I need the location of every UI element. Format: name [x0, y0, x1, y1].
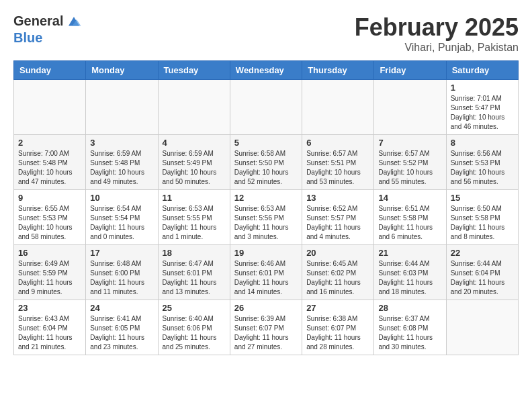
day-info: Sunrise: 7:01 AM Sunset: 5:47 PM Dayligh…: [451, 94, 514, 132]
week-row-2: 2Sunrise: 7:00 AM Sunset: 5:48 PM Daylig…: [14, 135, 519, 190]
calendar-cell: 10Sunrise: 6:54 AM Sunset: 5:54 PM Dayli…: [86, 190, 158, 245]
day-info: Sunrise: 6:50 AM Sunset: 5:58 PM Dayligh…: [451, 204, 514, 242]
calendar-cell: 12Sunrise: 6:53 AM Sunset: 5:56 PM Dayli…: [230, 190, 302, 245]
day-info: Sunrise: 6:53 AM Sunset: 5:56 PM Dayligh…: [234, 204, 298, 242]
weekday-header-row: SundayMondayTuesdayWednesdayThursdayFrid…: [14, 61, 519, 80]
day-number: 28: [378, 303, 441, 313]
calendar-cell: 15Sunrise: 6:50 AM Sunset: 5:58 PM Dayli…: [446, 190, 518, 245]
day-info: Sunrise: 6:57 AM Sunset: 5:52 PM Dayligh…: [378, 149, 441, 187]
day-number: 8: [451, 138, 514, 148]
calendar-cell: 26Sunrise: 6:39 AM Sunset: 6:07 PM Dayli…: [230, 300, 302, 355]
day-info: Sunrise: 6:58 AM Sunset: 5:50 PM Dayligh…: [234, 149, 298, 187]
day-number: 5: [234, 138, 298, 148]
calendar-cell: 2Sunrise: 7:00 AM Sunset: 5:48 PM Daylig…: [14, 135, 86, 190]
day-info: Sunrise: 6:54 AM Sunset: 5:54 PM Dayligh…: [90, 204, 153, 242]
day-number: 19: [234, 248, 298, 258]
logo-general: General: [13, 13, 63, 28]
title-block: February 2025 Vihari, Punjab, Pakistan: [355, 13, 519, 54]
weekday-header-saturday: Saturday: [446, 61, 518, 80]
calendar-cell: 19Sunrise: 6:46 AM Sunset: 6:01 PM Dayli…: [230, 245, 302, 300]
calendar-cell: 5Sunrise: 6:58 AM Sunset: 5:50 PM Daylig…: [230, 135, 302, 190]
day-info: Sunrise: 6:39 AM Sunset: 6:07 PM Dayligh…: [234, 314, 298, 352]
day-info: Sunrise: 7:00 AM Sunset: 5:48 PM Dayligh…: [18, 149, 81, 187]
calendar-cell: 14Sunrise: 6:51 AM Sunset: 5:58 PM Dayli…: [374, 190, 446, 245]
calendar-cell: 9Sunrise: 6:55 AM Sunset: 5:53 PM Daylig…: [14, 190, 86, 245]
day-number: 25: [163, 303, 226, 313]
calendar-cell: [302, 80, 374, 135]
calendar-cell: 25Sunrise: 6:40 AM Sunset: 6:06 PM Dayli…: [158, 300, 230, 355]
calendar-cell: 4Sunrise: 6:59 AM Sunset: 5:49 PM Daylig…: [158, 135, 230, 190]
day-number: 24: [90, 303, 153, 313]
day-number: 15: [451, 193, 514, 203]
day-number: 17: [90, 248, 153, 258]
day-info: Sunrise: 6:41 AM Sunset: 6:05 PM Dayligh…: [90, 314, 153, 352]
calendar-cell: 18Sunrise: 6:47 AM Sunset: 6:01 PM Dayli…: [158, 245, 230, 300]
calendar-cell: 1Sunrise: 7:01 AM Sunset: 5:47 PM Daylig…: [446, 80, 518, 135]
day-number: 10: [90, 193, 153, 203]
calendar-cell: [14, 80, 86, 135]
calendar-cell: [86, 80, 158, 135]
day-number: 9: [18, 193, 81, 203]
day-number: 7: [378, 138, 441, 148]
day-number: 16: [18, 248, 81, 258]
day-info: Sunrise: 6:44 AM Sunset: 6:03 PM Dayligh…: [378, 259, 441, 297]
week-row-4: 16Sunrise: 6:49 AM Sunset: 5:59 PM Dayli…: [14, 245, 519, 300]
calendar-table: SundayMondayTuesdayWednesdayThursdayFrid…: [13, 60, 519, 355]
weekday-header-tuesday: Tuesday: [158, 61, 230, 80]
day-info: Sunrise: 6:51 AM Sunset: 5:58 PM Dayligh…: [378, 204, 441, 242]
calendar-cell: 28Sunrise: 6:37 AM Sunset: 6:08 PM Dayli…: [374, 300, 446, 355]
day-number: 6: [306, 138, 369, 148]
day-info: Sunrise: 6:47 AM Sunset: 6:01 PM Dayligh…: [163, 259, 226, 297]
day-number: 13: [306, 193, 369, 203]
day-info: Sunrise: 6:56 AM Sunset: 5:53 PM Dayligh…: [451, 149, 514, 187]
calendar-cell: 17Sunrise: 6:48 AM Sunset: 6:00 PM Dayli…: [86, 245, 158, 300]
day-number: 3: [90, 138, 153, 148]
weekday-header-monday: Monday: [86, 61, 158, 80]
calendar-cell: 27Sunrise: 6:38 AM Sunset: 6:07 PM Dayli…: [302, 300, 374, 355]
calendar-cell: 16Sunrise: 6:49 AM Sunset: 5:59 PM Dayli…: [14, 245, 86, 300]
page-header: General Blue February 2025 Vihari, Punja…: [13, 13, 519, 54]
calendar-cell: 23Sunrise: 6:43 AM Sunset: 6:04 PM Dayli…: [14, 300, 86, 355]
logo: General Blue: [13, 13, 83, 45]
day-info: Sunrise: 6:49 AM Sunset: 5:59 PM Dayligh…: [18, 259, 81, 297]
day-info: Sunrise: 6:38 AM Sunset: 6:07 PM Dayligh…: [306, 314, 369, 352]
day-info: Sunrise: 6:44 AM Sunset: 6:04 PM Dayligh…: [451, 259, 514, 297]
day-info: Sunrise: 6:48 AM Sunset: 6:00 PM Dayligh…: [90, 259, 153, 297]
calendar-cell: 20Sunrise: 6:45 AM Sunset: 6:02 PM Dayli…: [302, 245, 374, 300]
day-info: Sunrise: 6:40 AM Sunset: 6:06 PM Dayligh…: [163, 314, 226, 352]
location: Vihari, Punjab, Pakistan: [355, 42, 519, 54]
day-number: 11: [163, 193, 226, 203]
day-info: Sunrise: 6:53 AM Sunset: 5:55 PM Dayligh…: [163, 204, 226, 242]
weekday-header-sunday: Sunday: [14, 61, 86, 80]
day-info: Sunrise: 6:46 AM Sunset: 6:01 PM Dayligh…: [234, 259, 298, 297]
month-year: February 2025: [355, 13, 519, 42]
day-number: 14: [378, 193, 441, 203]
day-number: 26: [234, 303, 298, 313]
day-number: 2: [18, 138, 81, 148]
calendar-cell: [374, 80, 446, 135]
weekday-header-friday: Friday: [374, 61, 446, 80]
day-info: Sunrise: 6:57 AM Sunset: 5:51 PM Dayligh…: [306, 149, 369, 187]
calendar-cell: 7Sunrise: 6:57 AM Sunset: 5:52 PM Daylig…: [374, 135, 446, 190]
week-row-5: 23Sunrise: 6:43 AM Sunset: 6:04 PM Dayli…: [14, 300, 519, 355]
day-info: Sunrise: 6:59 AM Sunset: 5:48 PM Dayligh…: [90, 149, 153, 187]
calendar-cell: [446, 300, 518, 355]
day-number: 21: [378, 248, 441, 258]
calendar-cell: 3Sunrise: 6:59 AM Sunset: 5:48 PM Daylig…: [86, 135, 158, 190]
day-info: Sunrise: 6:37 AM Sunset: 6:08 PM Dayligh…: [378, 314, 441, 352]
day-number: 1: [451, 83, 514, 93]
weekday-header-wednesday: Wednesday: [230, 61, 302, 80]
day-info: Sunrise: 6:43 AM Sunset: 6:04 PM Dayligh…: [18, 314, 81, 352]
day-number: 22: [451, 248, 514, 258]
calendar-cell: 11Sunrise: 6:53 AM Sunset: 5:55 PM Dayli…: [158, 190, 230, 245]
day-info: Sunrise: 6:55 AM Sunset: 5:53 PM Dayligh…: [18, 204, 81, 242]
calendar-cell: 6Sunrise: 6:57 AM Sunset: 5:51 PM Daylig…: [302, 135, 374, 190]
weekday-header-thursday: Thursday: [302, 61, 374, 80]
calendar-cell: [158, 80, 230, 135]
day-info: Sunrise: 6:52 AM Sunset: 5:57 PM Dayligh…: [306, 204, 369, 242]
day-number: 20: [306, 248, 369, 258]
week-row-3: 9Sunrise: 6:55 AM Sunset: 5:53 PM Daylig…: [14, 190, 519, 245]
logo-blue: Blue: [13, 30, 83, 45]
day-info: Sunrise: 6:59 AM Sunset: 5:49 PM Dayligh…: [163, 149, 226, 187]
day-info: Sunrise: 6:45 AM Sunset: 6:02 PM Dayligh…: [306, 259, 369, 297]
